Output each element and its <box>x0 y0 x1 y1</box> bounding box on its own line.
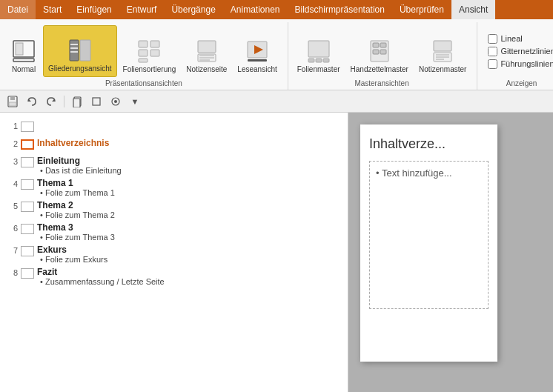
ribbon: Normal Gliederungsansicht <box>0 19 553 90</box>
toolbar-separator <box>64 96 64 107</box>
svg-rect-22 <box>308 59 314 62</box>
slide-thumbnail[interactable] <box>21 202 34 212</box>
slide-thumbnail[interactable] <box>21 139 34 150</box>
slide-thumbnail[interactable] <box>21 157 34 167</box>
gitternetzlinien-checkbox-label[interactable]: Gitternetzlinien <box>488 47 553 56</box>
menu-uberprufen[interactable]: Überprüfen <box>392 0 451 19</box>
notemaster-label: Notizenmaster <box>419 65 466 74</box>
slide-number: 2 <box>6 138 18 148</box>
svg-rect-9 <box>150 41 159 47</box>
ribbon-btn-folienmaster[interactable]: Folienmaster <box>293 25 345 77</box>
svg-rect-20 <box>248 59 267 62</box>
outline-content: Thema 3 Folie zum Thema 3 <box>37 222 342 242</box>
ribbon-group-prasentationsansichten: Normal Gliederungsansicht <box>3 22 288 90</box>
slide-thumbnail[interactable] <box>21 268 34 279</box>
ribbon-btn-normal[interactable]: Normal <box>6 25 42 77</box>
outline-content: Exkurs Folie zum Exkurs <box>37 245 342 264</box>
svg-rect-27 <box>380 43 386 47</box>
ribbon-btn-gliederungsansicht[interactable]: Gliederungsansicht <box>43 25 117 77</box>
slide-thumbnail[interactable] <box>21 246 34 256</box>
slide-title: Einleitung <box>37 156 342 166</box>
menu-datei[interactable]: Datei <box>0 0 36 19</box>
save-button[interactable] <box>4 93 21 110</box>
svg-rect-2 <box>16 43 23 55</box>
menu-start[interactable]: Start <box>36 0 69 19</box>
svg-point-44 <box>114 100 117 103</box>
svg-rect-11 <box>150 50 159 56</box>
custom-button[interactable] <box>107 93 124 110</box>
gitternetzlinien-checkbox[interactable] <box>488 47 497 56</box>
menu-bildschirm[interactable]: Bildschirmpräsentation <box>288 0 392 19</box>
slide-subtitle: Das ist die Einleitung <box>37 166 342 175</box>
sort-icon <box>137 39 161 63</box>
lineal-checkbox[interactable] <box>488 34 497 44</box>
group-label-anzeigen: Anzeigen <box>482 77 553 90</box>
list-item: 2 Inhaltverzeichnis <box>3 136 345 154</box>
menu-einfuegen[interactable]: Einfügen <box>69 0 119 19</box>
menu-ubergange[interactable]: Übergänge <box>164 0 222 19</box>
fuhrungslinien-checkbox-label[interactable]: Führungslinien <box>488 59 553 69</box>
slide-number: 1 <box>6 120 18 130</box>
normal-icon <box>12 39 36 63</box>
slide-subtitle: Zusammenfassung / Letzte Seite <box>37 277 342 286</box>
display-checkboxes: Lineal Gitternetzlinien Führungslinien <box>482 25 553 77</box>
slide-thumbnail[interactable] <box>21 224 34 234</box>
lineal-checkbox-label[interactable]: Lineal <box>488 34 553 44</box>
svg-rect-29 <box>380 50 386 54</box>
slide-thumbnail[interactable] <box>21 122 34 132</box>
slide-number: 4 <box>6 178 18 188</box>
clipboard-button[interactable] <box>69 93 85 110</box>
svg-rect-41 <box>73 99 80 107</box>
slide-number: 5 <box>6 200 18 210</box>
svg-rect-24 <box>323 59 329 62</box>
more-button[interactable]: ▼ <box>127 93 143 110</box>
fuhrungslinien-label: Führungslinien <box>500 59 553 68</box>
handout-icon <box>368 39 391 63</box>
outline-content: Fazit Zusammenfassung / Letzte Seite <box>37 267 342 286</box>
slide-content-text: • Text hinzufüge... <box>376 167 482 179</box>
menu-ansicht[interactable]: Ansicht <box>451 0 495 19</box>
menu-entwurf[interactable]: Entwurf <box>119 0 165 19</box>
slide-title: Thema 2 <box>37 200 342 210</box>
svg-rect-36 <box>10 96 15 100</box>
ribbon-btn-handzettelmaster[interactable]: Handzettelmaster <box>346 25 413 77</box>
slide-title: Thema 3 <box>37 222 342 233</box>
outline-panel: 1 2 Inhaltverzeichnis 3 Einleitung Das i… <box>0 113 348 392</box>
group-label-prasentationsansichten: Präsentationsansichten <box>6 77 282 90</box>
ribbon-btn-foliensortierung[interactable]: Foliensortierung <box>119 25 181 77</box>
menu-animationen[interactable]: Animationen <box>223 0 288 19</box>
handout-label: Handzettelmaster <box>351 65 408 74</box>
master-label: Folienmaster <box>297 65 340 74</box>
svg-rect-10 <box>139 50 148 56</box>
list-item: 4 Thema 1 Folie zum Thema 1 <box>3 176 345 199</box>
list-item: 1 <box>3 119 345 136</box>
svg-rect-21 <box>308 41 329 57</box>
fuhrungslinien-checkbox[interactable] <box>488 59 497 69</box>
main-area: 1 2 Inhaltverzeichnis 3 Einleitung Das i… <box>0 113 553 392</box>
undo-button[interactable] <box>24 93 40 110</box>
svg-rect-26 <box>373 43 379 47</box>
ribbon-btn-notizenmaster[interactable]: Notizenmaster <box>414 25 471 77</box>
svg-rect-8 <box>139 41 148 47</box>
svg-rect-23 <box>316 59 322 62</box>
slide-number: 3 <box>6 156 18 166</box>
master-icon <box>307 39 331 63</box>
slide-content-placeholder[interactable]: • Text hinzufüge... <box>369 161 489 309</box>
ribbon-btn-notizenseite[interactable]: Notizenseite <box>182 25 231 77</box>
normal-label: Normal <box>12 65 36 74</box>
lineal-label: Lineal <box>500 34 522 43</box>
redo-button[interactable] <box>43 93 59 110</box>
box-button[interactable] <box>88 93 105 110</box>
slide-title: Thema 1 <box>37 178 342 188</box>
ribbon-btn-leseansicht[interactable]: Leseansicht <box>233 25 281 77</box>
slide-title: Fazit <box>37 267 342 277</box>
slide-number: 8 <box>6 267 18 277</box>
group-label-masteransichten: Masteransichten <box>293 77 471 90</box>
slide-title: Exkurs <box>37 245 342 255</box>
list-item: 5 Thema 2 Folie zum Thema 2 <box>3 199 345 221</box>
svg-rect-4 <box>80 40 90 61</box>
read-label: Leseansicht <box>237 65 276 74</box>
svg-rect-1 <box>13 59 34 62</box>
slide-subtitle: Folie zum Exkurs <box>37 255 342 264</box>
slide-thumbnail[interactable] <box>21 179 34 190</box>
